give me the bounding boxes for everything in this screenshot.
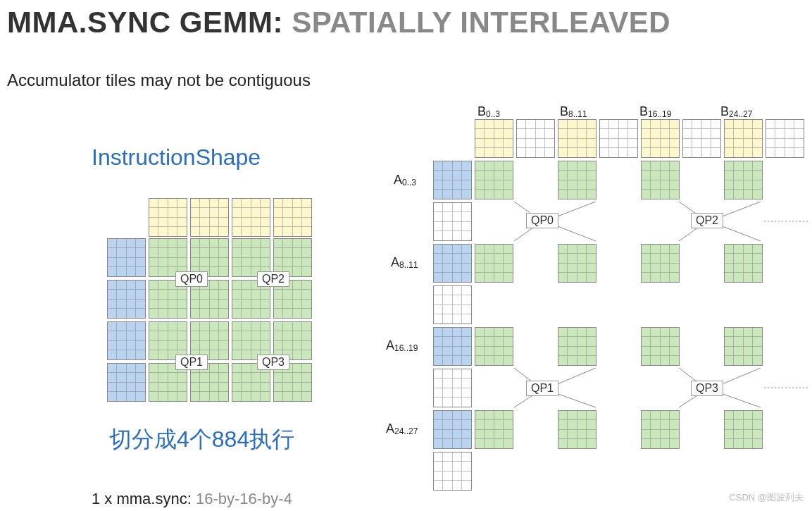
svg-line-7 [717, 224, 761, 241]
mma-value: 16-by-16-by-4 [192, 490, 292, 507]
right-body-0-0 [475, 161, 513, 199]
right-body-6-4 [641, 410, 680, 449]
right-B-tile-4 [641, 119, 680, 158]
left-side-tile-0 [107, 238, 146, 277]
a-label-1: A8..11 [391, 255, 418, 270]
svg-line-1 [552, 202, 596, 218]
right-A-tile-3 [433, 285, 472, 324]
right-body-0-6 [724, 161, 763, 199]
right-B-tile-0 [475, 119, 513, 158]
right-B-tile-1 [516, 119, 555, 158]
right-A-tile-7 [433, 452, 472, 491]
right-body-0-2 [558, 161, 596, 199]
qp3-label-left: QP3 [257, 355, 289, 370]
svg-line-3 [552, 224, 596, 241]
right-body-2-2 [558, 244, 596, 283]
left-top-tile-0 [149, 198, 187, 237]
qp1-label-left: QP1 [175, 355, 208, 370]
right-B-tile-7 [766, 119, 804, 158]
svg-line-11 [552, 392, 596, 407]
right-A-tile-6 [433, 410, 472, 449]
qp3-label-right: QP3 [691, 381, 723, 396]
right-A-tile-1 [433, 202, 472, 241]
left-top-tile-2 [232, 198, 270, 237]
title-part-2: SPATIALLY INTERLEAVED [292, 6, 670, 39]
right-B-tile-2 [558, 119, 596, 158]
a-label-3: A24..27 [386, 421, 418, 436]
right-body-4-4 [641, 327, 680, 366]
right-body-6-2 [558, 410, 596, 449]
left-side-tile-1 [107, 280, 146, 319]
left-side-tile-2 [107, 321, 146, 360]
right-A-tile-2 [433, 244, 472, 283]
right-body-6-0 [475, 410, 513, 449]
a-label-2: A16..19 [386, 338, 418, 353]
right-body-0-4 [641, 161, 680, 199]
watermark: CSDN @图波列夫 [729, 491, 804, 504]
mma-line: 1 x mma.sync: 16-by-16-by-4 [92, 490, 292, 508]
right-body-2-6 [724, 244, 763, 283]
mma-label: 1 x mma.sync: [92, 490, 192, 507]
right-A-tile-4 [433, 327, 472, 366]
instruction-shape-label: InstructionShape [92, 144, 261, 171]
svg-line-5 [717, 202, 761, 218]
chinese-caption: 切分成4个884执行 [109, 424, 294, 455]
qp0-label-left: QP0 [175, 271, 208, 287]
right-body-2-4 [641, 244, 680, 283]
right-body-6-6 [724, 410, 763, 449]
right-body-4-6 [724, 327, 763, 366]
svg-line-13 [717, 368, 761, 386]
a-label-0: A0..3 [394, 173, 416, 187]
left-top-tile-3 [273, 198, 312, 237]
qp1-label-right: QP1 [526, 381, 558, 396]
qp2-label-right: QP2 [691, 213, 723, 228]
qp0-label-right: QP0 [526, 213, 558, 228]
title-part-1: MMA.SYNC GEMM: [7, 6, 292, 39]
b-label-2: B16..19 [639, 104, 671, 119]
right-body-4-2 [558, 327, 596, 366]
b-label-1: B8..11 [560, 104, 587, 119]
left-side-tile-3 [107, 363, 146, 402]
b-label-3: B24..27 [720, 104, 752, 119]
b-label-0: B0..3 [477, 104, 500, 119]
subtitle: Accumulator tiles may not be contiguous [7, 70, 311, 90]
right-A-tile-0 [433, 161, 472, 199]
right-A-tile-5 [433, 369, 472, 407]
right-B-tile-6 [724, 119, 763, 158]
qp2-label-left: QP2 [257, 271, 289, 287]
right-body-2-0 [475, 244, 513, 283]
svg-line-15 [717, 392, 761, 407]
right-body-4-0 [475, 327, 513, 366]
svg-line-9 [552, 368, 596, 386]
slide-title: MMA.SYNC GEMM: SPATIALLY INTERLEAVED [7, 6, 670, 39]
right-B-tile-5 [682, 119, 721, 158]
right-B-tile-3 [599, 119, 638, 158]
left-top-tile-1 [190, 198, 229, 237]
